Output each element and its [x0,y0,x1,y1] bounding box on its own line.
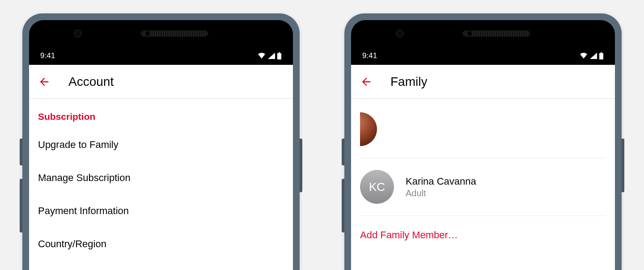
cellular-icon [267,52,275,59]
family-list: KC Karina Cavanna Adult Add Family Membe… [351,99,615,254]
phone-frame-left: 9:41 Account Subscription Upgrade to Fam… [22,13,300,270]
phone-frame-right: 9:41 Family KC [344,13,622,270]
phone-button-right [622,139,624,192]
list-item-payment-information[interactable]: Payment Information [29,194,293,228]
camera-icon [396,30,404,38]
svg-rect-0 [277,53,281,59]
page-title: Family [390,75,427,89]
avatar-image [360,112,377,146]
list-item-country-region[interactable]: Country/Region [29,228,293,261]
list-item-upgrade-family[interactable]: Upgrade to Family [29,128,293,161]
svg-rect-3 [601,52,602,53]
arrow-left-icon [38,76,51,88]
speaker-grille [141,30,208,37]
app-bar: Family [351,65,615,99]
cellular-icon [589,52,597,59]
avatar-initials: KC [360,170,394,204]
section-header-subscription: Subscription [29,99,293,128]
camera-icon [74,30,82,38]
screen-content: Family KC Karina Cavanna Adult Add Famil… [351,65,615,270]
sensor-icon [467,31,472,36]
battery-icon [277,52,282,59]
phone-button-left-1 [20,139,22,165]
phone-hardware-top [351,20,615,47]
phone-button-left-2 [20,179,22,232]
status-time: 9:41 [40,51,55,60]
family-member-info: Karina Cavanna Adult [406,176,476,198]
add-family-member-button[interactable]: Add Family Member… [360,216,606,254]
back-button[interactable] [38,76,51,88]
svg-rect-1 [279,52,280,53]
status-time: 9:41 [362,51,377,60]
family-member-row-partial[interactable] [360,99,606,158]
phone-bezel: 9:41 Account Subscription Upgrade to Fam… [29,20,293,270]
battery-icon [599,52,604,59]
wifi-icon [257,52,266,59]
phone-hardware-top [29,20,293,47]
family-member-row[interactable]: KC Karina Cavanna Adult [360,158,606,216]
status-bar: 9:41 [351,47,615,65]
status-icons [257,52,282,59]
status-bar: 9:41 [29,47,293,65]
list-item-manage-subscription[interactable]: Manage Subscription [29,161,293,194]
sensor-icon [145,31,150,36]
avatar-partial [360,112,377,146]
phone-bezel: 9:41 Family KC [351,20,615,270]
status-icons [579,52,604,59]
wifi-icon [579,52,588,59]
app-bar: Account [29,65,293,99]
phone-button-right [300,139,302,192]
phone-button-left-1 [342,139,344,165]
screen-content: Account Subscription Upgrade to Family M… [29,65,293,270]
page-title: Account [68,75,114,89]
svg-rect-2 [599,53,603,59]
speaker-grille [463,30,530,37]
family-member-role: Adult [406,188,476,198]
phone-button-left-2 [342,179,344,232]
back-button[interactable] [360,76,373,88]
family-member-name: Karina Cavanna [406,176,476,187]
arrow-left-icon [360,76,373,88]
